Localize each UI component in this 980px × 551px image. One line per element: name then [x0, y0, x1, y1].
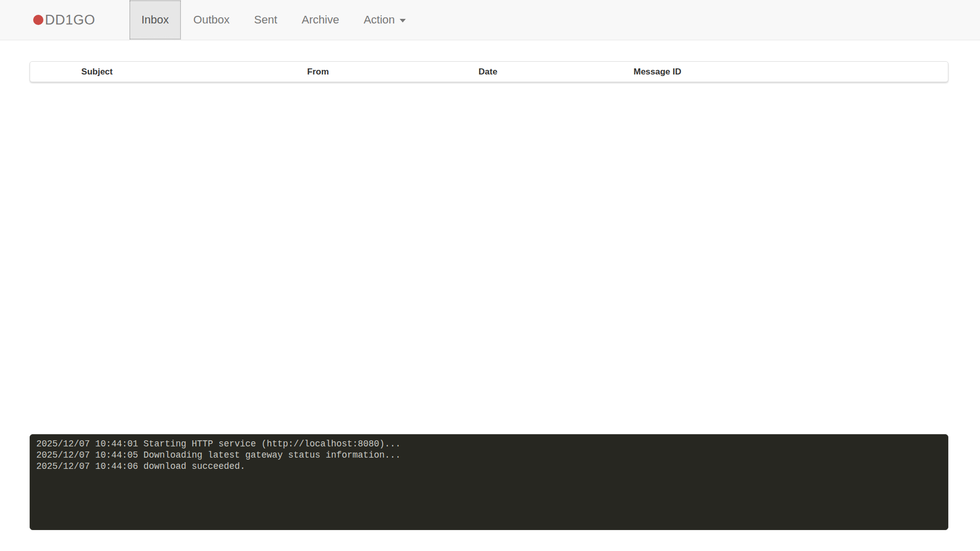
log-line: 2025/12/07 10:44:06 download succeeded. [36, 461, 942, 472]
column-header-subject: Subject [81, 67, 112, 77]
tab-inbox[interactable]: Inbox [129, 0, 181, 40]
column-header-message-id: Message ID [633, 67, 681, 77]
tab-sent[interactable]: Sent [242, 0, 289, 40]
tab-action-dropdown[interactable]: Action [351, 0, 418, 40]
tab-outbox[interactable]: Outbox [181, 0, 242, 40]
brand-title: DD1GO [45, 12, 95, 28]
message-table-header: Subject From Date Message ID [30, 61, 948, 82]
column-header-from: From [307, 67, 329, 77]
column-header-date: Date [479, 67, 498, 77]
tab-archive[interactable]: Archive [289, 0, 351, 40]
log-line: 2025/12/07 10:44:01 Starting HTTP servic… [36, 438, 942, 449]
log-console: 2025/12/07 10:44:01 Starting HTTP servic… [30, 434, 948, 530]
navbar: DD1GO Inbox Outbox Sent Archive Action [0, 0, 980, 40]
tab-action-label: Action [363, 13, 395, 26]
caret-down-icon [400, 19, 406, 22]
brand-link[interactable]: DD1GO [33, 0, 95, 40]
log-line: 2025/12/07 10:44:05 Downloading latest g… [36, 449, 942, 461]
brand-dot-icon [33, 15, 43, 25]
main-nav: Inbox Outbox Sent Archive Action [129, 0, 418, 40]
